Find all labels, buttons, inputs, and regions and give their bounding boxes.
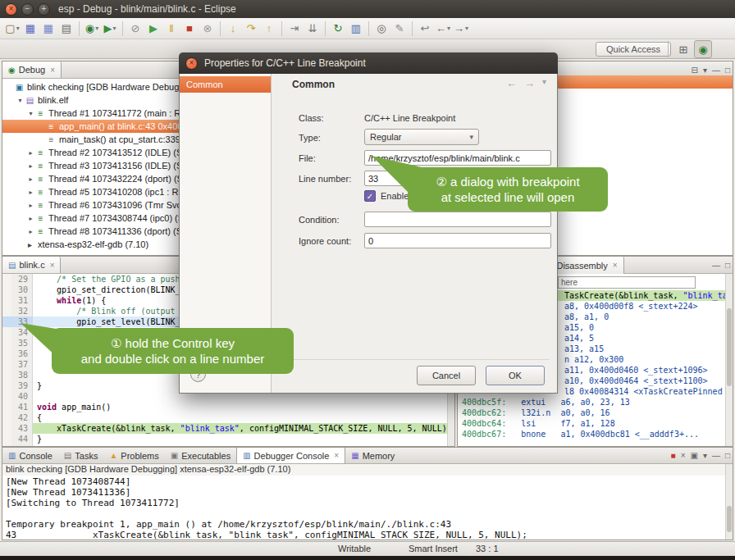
maximize-icon[interactable]: □ <box>725 451 730 460</box>
window-close-icon[interactable]: × <box>5 3 17 16</box>
line-number[interactable]: 43 <box>11 423 33 434</box>
scrollbar-thumb[interactable] <box>727 506 732 532</box>
save-icon[interactable]: ▦ <box>21 20 39 38</box>
debug-tree-item[interactable]: ≡main_task() at cpu_start.c:339 0x4 <box>2 133 179 146</box>
line-number[interactable]: 30 <box>11 285 33 295</box>
code-text[interactable]: xTaskCreate(&blink_task, "blink_task", c… <box>33 423 454 434</box>
new-wizard-icon[interactable]: ▢▾ <box>3 20 21 38</box>
close-icon[interactable]: × <box>334 451 339 460</box>
line-number[interactable]: 32 <box>11 306 33 316</box>
line-number[interactable]: 40 <box>11 391 33 402</box>
collapse-all-icon[interactable]: ⊟ <box>692 66 698 75</box>
tab-debugger-console[interactable]: ▥Debugger Console× <box>236 448 345 463</box>
debug-tree-item[interactable]: ▸≡Thread #5 1073410208 (ipc1 : Runni <box>2 185 179 198</box>
condition-input[interactable] <box>364 212 551 227</box>
last-edit-icon[interactable]: ↩ <box>416 20 434 38</box>
search-icon[interactable]: ◎ <box>372 20 390 38</box>
print-icon[interactable]: ▤ <box>57 20 75 38</box>
code-text[interactable]: } <box>33 434 454 444</box>
debug-tree-item[interactable]: ▸≡Thread #4 1073432224 (dport) (Sus <box>2 172 179 185</box>
debug-icon[interactable]: ◉▾ <box>83 20 101 38</box>
ok-button[interactable]: OK <box>486 366 545 385</box>
line-number[interactable]: 29 <box>11 274 33 285</box>
annotations-icon[interactable]: ✎ <box>390 20 409 38</box>
view-menu-icon[interactable]: ▾ <box>703 66 707 75</box>
debug-tree-item[interactable]: ▸≡Thread #3 1073413156 (IDLE) (Susp <box>2 159 179 172</box>
forward-icon[interactable]: → <box>524 77 535 89</box>
disassembly-line[interactable]: 400dbc67: bnone a1, 0x400dbc81 <__adddf3… <box>458 429 725 439</box>
terminate-icon[interactable]: ■ <box>180 20 199 38</box>
disassembly-line[interactable]: 400dbc5f: extui a6, a0, 23, 13 <box>458 397 725 407</box>
minimize-icon[interactable]: — <box>712 451 720 460</box>
step-over-icon[interactable]: ↷ <box>242 20 260 38</box>
quick-access-button[interactable]: Quick Access <box>596 42 671 57</box>
debug-tree-item[interactable]: ▸≡Thread #8 1073411336 (dport) (Sus <box>2 225 179 238</box>
minimize-icon[interactable]: — <box>712 261 720 270</box>
line-number[interactable]: 38 <box>11 370 33 380</box>
tab-problems[interactable]: ▲Problems <box>103 448 164 463</box>
terminate-icon[interactable]: ■ <box>671 451 676 460</box>
debug-tree-item[interactable]: ▸≡Thread #6 1073431096 (Tmr Svc) (S <box>2 198 179 212</box>
line-number[interactable]: 44 <box>11 434 33 444</box>
expander-icon[interactable]: ▸ <box>26 202 35 209</box>
expander-icon[interactable]: ▾ <box>26 110 35 117</box>
expander-icon[interactable]: ▾ <box>16 97 25 104</box>
line-number[interactable]: 42 <box>11 412 33 423</box>
expander-icon[interactable]: ▸ <box>26 228 35 235</box>
console-output[interactable]: [New Thread 1073408744][New Thread 10734… <box>2 476 725 540</box>
debug-perspective-icon[interactable]: ◉ <box>694 40 712 58</box>
save-all-icon[interactable]: ▦ <box>39 20 57 38</box>
refresh-icon[interactable]: ↻ <box>329 20 347 38</box>
expander-icon[interactable]: ▸ <box>26 175 35 183</box>
dialog-close-icon[interactable]: × <box>185 57 198 70</box>
code-text[interactable]: { <box>33 412 454 423</box>
scrollbar-thumb[interactable] <box>727 308 732 386</box>
open-perspective-icon[interactable]: ⊞ <box>674 40 692 58</box>
debug-tree-item[interactable]: ▣blink checking [GDB Hardware Debug <box>2 80 179 93</box>
expander-icon[interactable]: ▸ <box>26 162 35 170</box>
step-into-icon[interactable]: ↓ <box>224 20 242 38</box>
tab-console[interactable]: ▥Console <box>2 448 58 463</box>
expander-icon[interactable]: ▸ <box>26 149 35 157</box>
suspend-icon[interactable]: ‖ <box>162 20 180 38</box>
disassembly-scrollbar[interactable] <box>725 274 733 446</box>
minimize-icon[interactable]: — <box>712 66 720 75</box>
run-icon[interactable]: ▶▾ <box>101 20 119 38</box>
line-number[interactable]: 45 <box>11 444 33 446</box>
back-icon[interactable]: ←▾ <box>434 20 452 38</box>
close-icon[interactable]: × <box>613 261 618 270</box>
display-selected-console-icon[interactable]: ▾ <box>703 451 707 460</box>
tab-executables[interactable]: ▣Executables <box>165 448 236 463</box>
maximize-icon[interactable]: □ <box>725 66 730 75</box>
sidebar-item-common[interactable]: Common <box>180 76 271 93</box>
window-maximize-icon[interactable]: + <box>38 3 50 16</box>
type-select[interactable]: Regular ▾ <box>364 129 479 145</box>
tab-tasks[interactable]: ▤Tasks <box>58 448 104 463</box>
skip-breakpoints-icon[interactable]: ⊘ <box>126 20 144 38</box>
maximize-icon[interactable]: □ <box>725 261 730 270</box>
debug-tree-item[interactable]: ≡app_main() at blink.c:43 0x400dbc <box>2 120 179 133</box>
drop-to-frame-icon[interactable]: ⇊ <box>304 20 322 38</box>
expander-icon[interactable]: ▸ <box>26 189 35 196</box>
code-text[interactable] <box>33 444 454 446</box>
cancel-button[interactable]: Cancel <box>417 366 476 385</box>
instruction-stepping-icon[interactable]: ⇥ <box>285 20 304 38</box>
step-return-icon[interactable]: ↑ <box>260 20 278 38</box>
disconnect-icon[interactable]: ⊗ <box>199 20 217 38</box>
tab-memory[interactable]: ▦Memory <box>345 448 400 463</box>
console-icon[interactable]: ▥ <box>347 20 365 38</box>
disassembly-line[interactable]: 400dbc62: l32i.n a0, a0, 16 <box>458 407 725 418</box>
close-icon[interactable]: × <box>50 66 55 75</box>
pin-console-icon[interactable]: ▣ <box>690 451 697 460</box>
code-text[interactable]: void app_main() <box>33 402 454 412</box>
forward-icon[interactable]: →▾ <box>452 20 470 38</box>
debug-tree-item[interactable]: ▸≡Thread #7 10734308744 (ipc0) (Susp <box>2 212 179 225</box>
tab-debug[interactable]: ◉ Debug × <box>2 61 62 78</box>
back-icon[interactable]: ← <box>506 77 517 89</box>
expander-icon[interactable]: ▸ <box>26 215 35 222</box>
ignore-count-input[interactable]: 0 <box>364 233 551 248</box>
disassembly-line[interactable]: 400dbc64: lsi f7, a1, 128 <box>458 418 725 429</box>
console-scrollbar[interactable] <box>725 464 733 540</box>
view-menu-icon[interactable]: ▾ <box>542 77 546 89</box>
debug-tree-item[interactable]: ▾▤blink.elf <box>2 93 179 107</box>
